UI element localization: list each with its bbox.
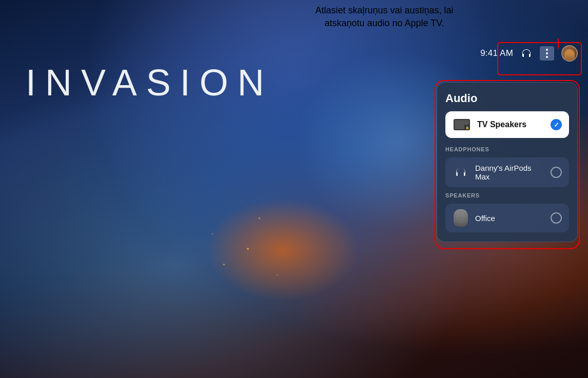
airpods-row[interactable]: Danny's AirPods Max	[445, 157, 569, 187]
menu-dot	[546, 49, 548, 51]
movie-title: INVASION	[26, 62, 273, 104]
audio-panel: Audio 🔒 TV Speakers ✓ HEADPHONES Danny's…	[437, 82, 578, 242]
particle	[212, 233, 213, 234]
tooltip-line	[558, 38, 559, 49]
audio-panel-title: Audio	[445, 92, 569, 105]
menu-icon[interactable]	[540, 46, 554, 61]
office-speaker-row[interactable]: Office	[445, 204, 569, 232]
time-display: 9:41 AM	[480, 48, 513, 58]
office-speaker-radio[interactable]	[551, 212, 562, 224]
homepod-icon	[454, 209, 468, 227]
homepod-icon-container	[453, 210, 469, 226]
office-speaker-label: Office	[475, 214, 544, 223]
top-bar: 9:41 AM	[0, 45, 588, 62]
tooltip-annotation: Atlasiet skaļruņus vai austiņas, lai ats…	[271, 4, 497, 30]
menu-dot	[546, 52, 548, 54]
airpods-label: Danny's AirPods Max	[475, 164, 544, 181]
tv-icon: 🔒	[453, 117, 471, 132]
topbar-right-group: 9:41 AM	[480, 45, 578, 62]
airpods-radio[interactable]	[551, 167, 562, 178]
speakers-section-header: SPEAKERS	[445, 192, 569, 198]
headphones-icon[interactable]	[520, 47, 533, 59]
particle	[277, 274, 278, 275]
airpods-icon	[453, 164, 469, 181]
avatar-figure	[564, 49, 575, 61]
homepod-mesh	[456, 213, 465, 223]
headphones-section-header: HEADPHONES	[445, 146, 569, 152]
user-avatar[interactable]	[561, 45, 578, 62]
tv-speakers-label: TV Speakers	[477, 120, 544, 129]
tv-speakers-row[interactable]: 🔒 TV Speakers ✓	[445, 111, 569, 138]
tv-lock-icon: 🔒	[464, 125, 469, 130]
tv-screen: 🔒	[454, 119, 470, 130]
selected-checkmark: ✓	[551, 119, 562, 130]
menu-dot	[546, 56, 548, 58]
bg-glow-orange	[206, 198, 360, 301]
